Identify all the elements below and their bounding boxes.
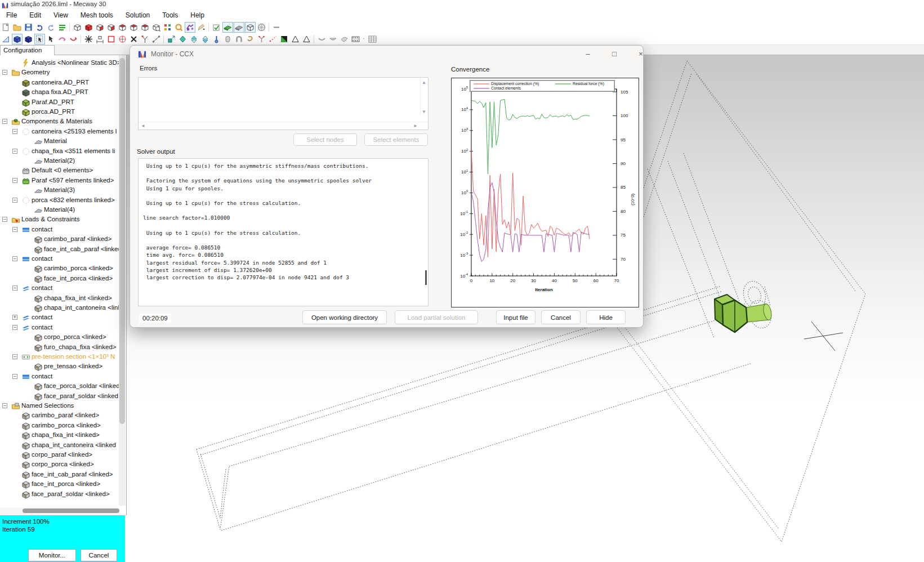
tree-item-material2[interactable]: Material(2) [0, 156, 119, 166]
collapse-icon[interactable]: − [2, 70, 7, 75]
tree-item-contact[interactable]: −contact [0, 283, 119, 293]
list-green-icon[interactable] [57, 22, 68, 33]
collapse-dash-icon[interactable] [271, 22, 282, 33]
pin-blue-icon[interactable] [211, 34, 222, 44]
delete-x-icon[interactable] [128, 34, 139, 44]
tree-item-face_int_cab_paraf[interactable]: face_int_cab_paraf <linked> [0, 470, 119, 479]
sketch-dropdown-icon[interactable] [196, 22, 207, 33]
flip-up-icon[interactable] [189, 34, 199, 44]
view-cube-shaded-icon[interactable] [106, 22, 117, 33]
load-partial-solution-button[interactable]: Load partial solution [395, 310, 478, 324]
tree-item-corpo_porca[interactable]: corpo_porca <linked> [0, 460, 119, 469]
dimension-tool-icon[interactable] [95, 34, 105, 44]
element-colors-icon[interactable] [162, 22, 173, 33]
tree-item-named[interactable]: −Named Selections [0, 401, 119, 411]
open-working-directory-button[interactable]: Open working directory [302, 310, 387, 324]
move-red-icon[interactable] [68, 34, 79, 44]
tree-item-carimbo_porca[interactable]: carimbo_porca <linked> [0, 264, 119, 273]
cube-blue-dark-icon[interactable] [23, 34, 34, 44]
tree-item-pre-tension[interactable]: −pre-tension section <1×10³ N [0, 352, 119, 362]
scroll-down-icon[interactable]: ▼ [422, 109, 426, 114]
tree-item-face_int_porca[interactable]: face_int_porca <linked> [0, 274, 119, 283]
tree-item-material3[interactable]: Material(3) [0, 185, 119, 195]
tree-item-default[interactable]: Default <0 elements> [0, 166, 119, 175]
grid-table-icon[interactable] [367, 34, 378, 44]
tool-purple-icon[interactable] [185, 22, 195, 33]
tree-item-analysis[interactable]: Analysis <Nonlinear Static 3D> [0, 58, 119, 68]
collapse-icon[interactable]: − [12, 374, 17, 379]
zoom-cube-icon[interactable] [151, 22, 162, 33]
collapse-icon[interactable]: − [12, 227, 17, 232]
minimize-icon[interactable]: – [575, 46, 601, 63]
barrel-icon[interactable] [222, 34, 233, 44]
menu-edit[interactable]: Edit [23, 9, 47, 21]
cancel-solve-button[interactable]: Cancel [81, 549, 117, 561]
tree-item-chapa_fixa_int[interactable]: chapa_fixa_int <linked> [0, 293, 119, 303]
tree-item-face_int_porca[interactable]: face_int_porca <linked> [0, 479, 119, 489]
tree-item-contact[interactable]: −contact [0, 372, 119, 381]
collapse-icon[interactable]: − [12, 325, 17, 330]
close-icon[interactable]: × [628, 46, 654, 63]
tree-horizontal-scrollbar[interactable] [0, 507, 119, 514]
tree-item-corpo_paraf[interactable]: corpo_paraf <linked> [0, 450, 119, 460]
solver-scrollbar-thumb[interactable] [425, 270, 427, 285]
tree-item-pre_tensao[interactable]: pre_tensao <linked> [0, 362, 119, 371]
collapse-icon[interactable]: − [12, 286, 17, 291]
tree-item-furo_chapa_fixa[interactable]: furo_chapa_fixa <linked> [0, 342, 119, 352]
tree-item-contact[interactable]: −contact [0, 225, 119, 234]
solver-output-textarea[interactable]: Using up to 1 cpu(s) for the asymmetric … [138, 158, 428, 306]
menu-file[interactable]: File [0, 9, 23, 21]
tree-item-cantoneira.ad_prt[interactable]: cantoneira.AD_PRT [0, 78, 119, 87]
wing-icon[interactable] [339, 34, 350, 44]
refine-burst-icon[interactable] [83, 34, 94, 44]
collapse-icon[interactable]: − [12, 149, 17, 154]
tree-item-cantoneira[interactable]: −cantoneira <25193 elements l [0, 127, 119, 136]
menu-help[interactable]: Help [184, 9, 211, 21]
arc-2-icon[interactable] [328, 34, 338, 44]
tree-item-material4[interactable]: Material(4) [0, 205, 119, 215]
redo-icon[interactable] [46, 22, 56, 33]
arc-1-icon[interactable] [316, 34, 327, 44]
tree-vertical-scrollbar[interactable] [119, 55, 126, 506]
gradient-square-icon[interactable] [279, 34, 289, 44]
tree-item-carimbo_paraf[interactable]: carimbo_paraf <linked> [0, 234, 119, 244]
hide-button[interactable]: Hide [586, 310, 626, 324]
tree-item-carimbo_paraf[interactable]: carimbo_paraf <linked> [0, 411, 119, 420]
tree-item-face_int_cab_paraf[interactable]: face_int_cab_paraf <linked [0, 244, 119, 254]
film-icon[interactable] [350, 34, 361, 44]
tree-item-face_porca_soldar[interactable]: face_porca_soldar <linked [0, 381, 119, 391]
tab-configuration[interactable]: Configuration [0, 45, 55, 55]
collapse-icon[interactable]: − [12, 354, 17, 359]
tree-item-geometry[interactable]: −Geometry [0, 68, 119, 77]
save-file-icon[interactable] [23, 22, 34, 33]
menu-tools[interactable]: Tools [156, 9, 184, 21]
axes-plane-icon[interactable] [1, 34, 11, 44]
monitor-button[interactable]: Monitor... [28, 549, 76, 561]
new-file-icon[interactable] [1, 22, 11, 33]
rotate-pink-icon[interactable] [57, 34, 68, 44]
errors-textarea[interactable]: ▲ ▼ ◄ ► [138, 77, 428, 130]
sparks-red-icon[interactable] [267, 34, 278, 44]
tree-item-contact[interactable]: −contact [0, 323, 119, 332]
cone-2-icon[interactable] [301, 34, 312, 44]
tree-item-chapa[interactable]: chapa fixa.AD_PRT [0, 87, 119, 97]
tree-item-porca.ad_prt[interactable]: porca.AD_PRT [0, 107, 119, 117]
diamond-teal-icon[interactable] [177, 34, 188, 44]
scroll-right-icon[interactable]: ► [413, 123, 418, 128]
select-elements-button[interactable]: Select elements [364, 133, 428, 146]
tree-item-material[interactable]: Material [0, 136, 119, 146]
edit-check-icon[interactable] [211, 22, 222, 33]
open-file-icon[interactable] [12, 22, 23, 33]
tree-item-chapa_fixa_int[interactable]: chapa_fixa_int <linked> [0, 430, 119, 440]
input-file-button[interactable]: Input file [496, 310, 535, 324]
collapse-icon[interactable]: − [12, 129, 17, 134]
undo-icon[interactable] [34, 22, 45, 33]
menu-view[interactable]: View [47, 9, 74, 21]
collapse-icon[interactable]: − [2, 403, 7, 408]
square-red-icon[interactable] [106, 34, 117, 44]
collapse-icon[interactable]: − [2, 217, 7, 222]
tree-item-paraf.ad_prt[interactable]: Paraf.AD_PRT [0, 97, 119, 107]
tree-item-loads[interactable]: −Loads & Constraints [0, 215, 119, 224]
flip-down-icon[interactable] [200, 34, 211, 44]
tree-item-contact[interactable]: +contact [0, 313, 119, 322]
